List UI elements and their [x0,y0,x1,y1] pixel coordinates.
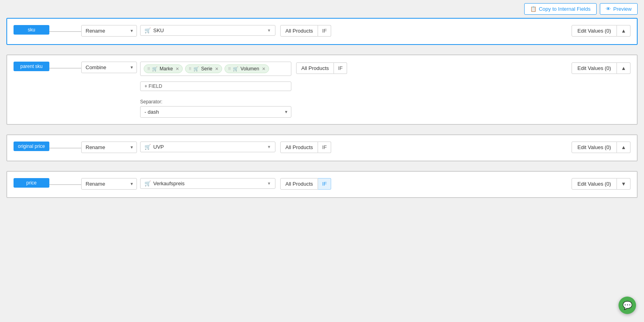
sku-field-value-text: SKU [153,27,164,33]
price-label: price [14,178,49,188]
page-wrapper: 📋 Copy to Internal Fields 👁 Preview sku … [0,0,644,322]
add-field-button[interactable]: + FIELD [140,81,291,91]
parent-sku-connector-line [49,68,81,68]
parent-sku-row-inner: parent sku Combine Rename Set Value ▼ [14,62,630,118]
original-price-all-products-button[interactable]: All Products [280,142,318,153]
top-toolbar: 📋 Copy to Internal Fields 👁 Preview [0,0,644,18]
preview-label: Preview [613,6,632,12]
parent-sku-tags-area: ⠿ 🛒 Marke ✕ ⠿ 🛒 Serie ✕ [140,62,291,76]
separator-select-wrapper[interactable]: - dash _ underscore | pipe (space) ▼ [140,106,291,118]
price-cart-icon: 🛒 [144,180,151,186]
parent-sku-if-button[interactable]: IF [334,62,347,74]
price-field-value-box[interactable]: 🛒 Verkaufspreis ▼ [140,178,275,189]
sku-connector-line [49,31,81,32]
original-price-expand-button[interactable]: ▲ [617,142,630,153]
original-price-label: original price [14,142,49,151]
tag-volumen: ⠿ 🛒 Volumen ✕ [224,64,269,73]
eye-icon: 👁 [606,6,611,12]
original-price-edit-values-button[interactable]: Edit Values (0) [572,142,617,153]
parent-sku-all-products-button[interactable]: All Products [296,62,334,74]
sku-action-select-wrapper[interactable]: Rename Combine Set Value ▼ [81,25,137,37]
separator-select[interactable]: - dash _ underscore | pipe (space) [140,106,291,118]
sku-edit-values-section: Edit Values (0) ▲ [572,25,630,37]
close-volumen-button[interactable]: ✕ [262,66,265,72]
sku-condition-section: All Products IF [280,25,331,37]
original-price-cart-icon: 🛒 [144,144,151,150]
original-price-action-select-wrapper[interactable]: Rename Combine Set Value ▼ [81,142,137,153]
original-price-controls: Rename Combine Set Value ▼ 🛒 UVP ▼ All P… [81,142,630,153]
price-if-button[interactable]: IF [318,178,331,190]
original-price-connector-line [49,148,81,148]
sku-expand-button[interactable]: ▲ [617,25,630,37]
parent-sku-edit-values-button[interactable]: Edit Values (0) [572,62,617,74]
price-action-select[interactable]: Rename Combine Set Value [81,178,137,190]
sku-label: sku [14,25,49,35]
price-all-products-button[interactable]: All Products [280,178,318,190]
price-row-inner: price Rename Combine Set Value ▼ 🛒 Verka… [14,178,630,191]
parent-sku-combine-area: ⠿ 🛒 Marke ✕ ⠿ 🛒 Serie ✕ [140,62,291,118]
parent-sku-edit-values-section: Edit Values (0) ▲ [572,62,630,74]
chat-icon: 💬 [623,301,632,310]
price-connector [49,178,81,191]
sku-controls: Rename Combine Set Value ▼ 🛒 SKU ▼ All P… [81,25,630,37]
tag-serie: ⠿ 🛒 Serie ✕ [185,64,222,73]
tag-marke-label: Marke [160,66,173,72]
sku-all-products-button[interactable]: All Products [280,25,318,37]
original-price-row-card: original price Rename Combine Set Value … [6,134,638,161]
preview-button[interactable]: 👁 Preview [600,3,638,15]
close-serie-button[interactable]: ✕ [215,66,219,72]
price-action-select-wrapper[interactable]: Rename Combine Set Value ▼ [81,178,137,190]
original-price-if-button[interactable]: IF [318,142,331,153]
original-price-connector [49,142,81,154]
original-price-action-select[interactable]: Rename Combine Set Value [81,142,137,153]
price-field-chevron-icon: ▼ [267,181,271,186]
original-price-edit-values-section: Edit Values (0) ▲ [572,142,630,153]
tag-volumen-label: Volumen [240,66,259,72]
price-edit-values-button[interactable]: Edit Values (0) [572,178,617,190]
copy-to-internal-label: Copy to Internal Fields [539,6,591,12]
parent-sku-connector [49,62,81,74]
cart-icon-volumen: 🛒 [233,66,238,72]
parent-sku-condition-section: All Products IF [296,62,347,74]
price-edit-values-section: Edit Values (0) ▼ [572,178,630,190]
drag-icon-marke[interactable]: ⠿ [147,67,150,71]
price-row-card: price Rename Combine Set Value ▼ 🛒 Verka… [6,171,638,198]
cart-icon-marke: 🛒 [152,66,158,72]
parent-sku-row-card: parent sku Combine Rename Set Value ▼ [6,54,638,125]
tag-serie-label: Serie [201,66,212,72]
sku-row-inner: sku Rename Combine Set Value ▼ 🛒 SKU [14,25,630,38]
original-price-field-value-box[interactable]: 🛒 UVP ▼ [140,142,275,152]
drag-icon-volumen[interactable]: ⠿ [228,67,231,71]
price-field-value-text: Verkaufspreis [153,180,185,186]
parent-sku-action-select[interactable]: Combine Rename Set Value [81,62,137,73]
price-controls: Rename Combine Set Value ▼ 🛒 Verkaufspre… [81,178,630,190]
sku-field-value-box[interactable]: 🛒 SKU ▼ [140,25,275,36]
drag-icon-serie[interactable]: ⠿ [189,67,191,71]
original-price-condition-section: All Products IF [280,142,331,153]
sku-action-select[interactable]: Rename Combine Set Value [81,25,137,37]
original-price-row-inner: original price Rename Combine Set Value … [14,142,630,154]
price-expand-button[interactable]: ▼ [617,178,630,190]
separator-section: Separator: - dash _ underscore | pipe (s… [140,99,291,118]
tag-marke: ⠿ 🛒 Marke ✕ [144,64,183,73]
copy-to-internal-fields-button[interactable]: 📋 Copy to Internal Fields [524,3,597,15]
sku-row-card: sku Rename Combine Set Value ▼ 🛒 SKU [6,18,638,45]
parent-sku-label: parent sku [14,62,49,71]
original-price-field-chevron-icon: ▼ [267,145,271,149]
sku-field-chevron-icon: ▼ [267,28,271,33]
sku-cart-icon: 🛒 [144,27,151,33]
cart-icon-serie: 🛒 [193,66,199,72]
price-connector-line [49,184,81,185]
original-price-field-value-text: UVP [153,144,164,150]
separator-label: Separator: [140,99,291,105]
chat-bubble-button[interactable]: 💬 [619,297,636,314]
parent-sku-controls: Combine Rename Set Value ▼ ⠿ 🛒 Marke [81,62,630,118]
close-marke-button[interactable]: ✕ [176,66,179,72]
sku-if-button[interactable]: IF [318,25,331,37]
copy-icon: 📋 [530,6,537,12]
parent-sku-action-select-wrapper[interactable]: Combine Rename Set Value ▼ [81,62,137,73]
price-condition-section: All Products IF [280,178,331,190]
parent-sku-expand-button[interactable]: ▲ [617,62,630,74]
sku-edit-values-button[interactable]: Edit Values (0) [572,25,617,37]
sku-connector [49,25,81,38]
